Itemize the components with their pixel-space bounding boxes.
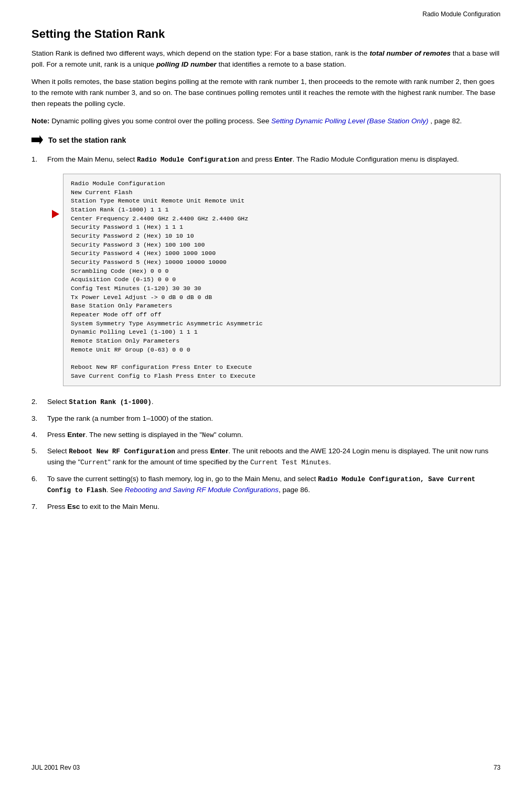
step-6-num: 6. [31, 474, 47, 496]
arrow-icon [31, 134, 43, 146]
config-row-19: Reboot New RF configuration Press Enter … [71, 363, 493, 372]
step-7-num: 7. [31, 502, 47, 513]
step-2-num: 2. [31, 397, 47, 408]
config-box-container: Radio Module Configuration New Current F… [47, 174, 501, 386]
step-2-content: Select Station Rank (1-1000). [47, 397, 501, 408]
config-header: New Current Flash [71, 188, 493, 197]
config-row-7: Security Password 4 (Hex) 1000 1000 1000 [71, 249, 493, 258]
step-1: 1. From the Main Menu, select Radio Modu… [31, 154, 501, 165]
config-title: Radio Module Configuration [71, 179, 493, 188]
step-5-bold1: Enter [210, 447, 229, 455]
page-header: Radio Module Configuration [31, 10, 501, 18]
config-row-17: Remote Station Only Parameters [71, 337, 493, 346]
step-list: 1. From the Main Menu, select Radio Modu… [31, 154, 501, 513]
procedure-heading-text: To set the station rank [48, 136, 126, 144]
config-row-11: Config Test Minutes (1-120) 30 30 30 [71, 284, 493, 293]
step-3-content: Type the rank (a number from 1–1000) of … [47, 413, 501, 424]
config-row-2: Station Rank (1-1000) 1 1 1 [71, 206, 493, 215]
note-label: Note: [31, 117, 50, 125]
step-3-num: 3. [31, 413, 47, 424]
config-row-14: Repeater Mode off off off [71, 311, 493, 320]
step-1-num: 1. [31, 154, 47, 165]
step-6: 6. To save the current setting(s) to fla… [31, 474, 501, 496]
config-row-15: System Symmetry Type Asymmetric Asymmetr… [71, 320, 493, 328]
step-4: 4. Press Enter. The new setting is displ… [31, 430, 501, 441]
config-row-18: Remote Unit RF Group (0-63) 0 0 0 [71, 346, 493, 355]
step-5-mono1: Reboot New RF Configuration [69, 448, 175, 455]
intro-paragraph-1: Station Rank is defined two different wa… [31, 48, 501, 70]
note-text: Dynamic polling gives you some control o… [51, 117, 271, 125]
config-row-9: Scrambling Code (Hex) 0 0 0 [71, 267, 493, 276]
step-6-link[interactable]: Rebooting and Saving RF Module Configura… [125, 486, 279, 494]
header-title: Radio Module Configuration [422, 10, 501, 18]
step-5-mono3: Current Test Minutes [250, 459, 329, 466]
step-4-content: Press Enter. The new setting is displaye… [47, 430, 501, 441]
step-4-mono1: New [202, 432, 214, 439]
note-link[interactable]: Setting Dynamic Polling Level (Base Stat… [271, 117, 428, 125]
step-2: 2. Select Station Rank (1-1000). [31, 397, 501, 408]
step-5-num: 5. [31, 446, 47, 469]
step-5-mono2: Current [80, 459, 108, 466]
step-1-content: From the Main Menu, select Radio Module … [47, 154, 501, 165]
step-1-bold1: Enter [274, 155, 293, 163]
page-title: Setting the Station Rank [31, 27, 501, 41]
step-5-content: Select Reboot New RF Configuration and p… [47, 446, 501, 469]
config-row-5: Security Password 2 (Hex) 10 10 10 [71, 232, 493, 241]
config-box: Radio Module Configuration New Current F… [63, 174, 501, 386]
footer-left: JUL 2001 Rev 03 [31, 764, 80, 771]
step-7-bold1: Esc [67, 503, 80, 511]
config-row-16: Dynamic Polling Level (1-100) 1 1 1 [71, 328, 493, 337]
note-suffix: , page 82. [430, 117, 462, 125]
config-row-20: Save Current Config to Flash Press Enter… [71, 372, 493, 381]
step-6-content: To save the current setting(s) to flash … [47, 474, 501, 496]
config-row-3: Center Frequency 2.4400 GHz 2.4400 GHz 2… [71, 215, 493, 224]
step-7-content: Press Esc to exit to the Main Menu. [47, 502, 501, 513]
note-block: Note: Dynamic polling gives you some con… [31, 116, 501, 127]
intro-paragraph-2: When it polls remotes, the base station … [31, 77, 501, 110]
footer-right: 73 [494, 764, 501, 771]
config-row-6: Security Password 3 (Hex) 100 100 100 [71, 241, 493, 250]
config-row-13: Base Station Only Parameters [71, 302, 493, 311]
step-5: 5. Select Reboot New RF Configuration an… [31, 446, 501, 469]
step-3: 3. Type the rank (a number from 1–1000) … [31, 413, 501, 424]
procedure-heading: To set the station rank [31, 134, 501, 146]
step-1-mono1: Radio Module Configuration [137, 156, 239, 164]
config-row-1: Station Type Remote Unit Remote Unit Rem… [71, 197, 493, 206]
page-footer: JUL 2001 Rev 03 73 [31, 764, 501, 771]
config-row-blank [71, 354, 493, 363]
config-row-12: Tx Power Level Adjust -> 0 dB 0 dB 0 dB [71, 293, 493, 302]
step-4-bold1: Enter [67, 431, 86, 439]
step-4-num: 4. [31, 430, 47, 441]
config-row-10: Acquisition Code (0-15) 0 0 0 [71, 275, 493, 284]
config-row-4: Security Password 1 (Hex) 1 1 1 [71, 223, 493, 232]
step-2-mono1: Station Rank (1-1000) [69, 399, 152, 406]
config-arrow-icon [52, 210, 59, 218]
config-row-8: Security Password 5 (Hex) 10000 10000 10… [71, 258, 493, 267]
step-7: 7. Press Esc to exit to the Main Menu. [31, 502, 501, 513]
